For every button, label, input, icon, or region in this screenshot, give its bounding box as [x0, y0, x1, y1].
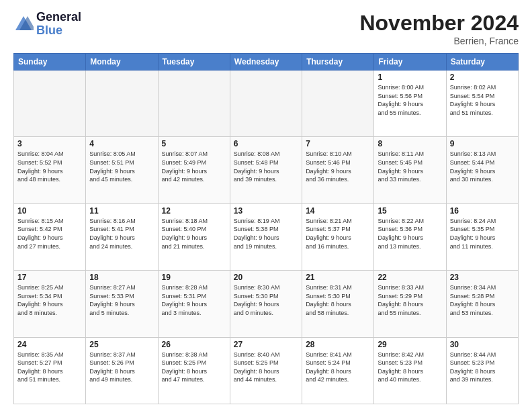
calendar-day-6: 6Sunrise: 8:08 AM Sunset: 5:48 PM Daylig… — [230, 137, 302, 203]
day-info: Sunrise: 8:28 AM Sunset: 5:31 PM Dayligh… — [162, 283, 226, 317]
calendar-day-28: 28Sunrise: 8:41 AM Sunset: 5:24 PM Dayli… — [302, 337, 374, 404]
logo-icon — [13, 14, 34, 34]
calendar-header-saturday: Saturday — [446, 54, 518, 71]
day-info: Sunrise: 8:13 AM Sunset: 5:44 PM Dayligh… — [450, 150, 515, 183]
location: Berrien, France — [359, 36, 519, 46]
day-number: 6 — [234, 139, 298, 148]
day-number: 8 — [378, 139, 442, 148]
calendar-day-18: 18Sunrise: 8:27 AM Sunset: 5:33 PM Dayli… — [86, 271, 158, 337]
title-section: November 2024 Berrien, France — [359, 11, 519, 46]
calendar-header-sunday: Sunday — [14, 54, 86, 71]
calendar-day-24: 24Sunrise: 8:35 AM Sunset: 5:27 PM Dayli… — [14, 337, 86, 404]
day-info: Sunrise: 8:22 AM Sunset: 5:36 PM Dayligh… — [378, 217, 442, 250]
day-number: 13 — [234, 206, 298, 216]
calendar-week-5: 24Sunrise: 8:35 AM Sunset: 5:27 PM Dayli… — [14, 337, 519, 404]
day-info: Sunrise: 8:18 AM Sunset: 5:40 PM Dayligh… — [162, 217, 226, 250]
day-number: 25 — [89, 340, 154, 349]
calendar-day-20: 20Sunrise: 8:30 AM Sunset: 5:30 PM Dayli… — [230, 271, 302, 337]
calendar-header-thursday: Thursday — [302, 54, 374, 71]
day-number: 1 — [378, 73, 442, 82]
calendar-day-7: 7Sunrise: 8:10 AM Sunset: 5:46 PM Daylig… — [302, 137, 374, 203]
calendar-header-friday: Friday — [374, 54, 446, 71]
day-number: 21 — [306, 273, 370, 282]
day-number: 28 — [306, 340, 370, 349]
calendar-day-3: 3Sunrise: 8:04 AM Sunset: 5:52 PM Daylig… — [14, 137, 86, 203]
day-number: 27 — [234, 340, 298, 349]
calendar-day-empty — [14, 71, 86, 137]
day-number: 5 — [162, 139, 226, 148]
day-info: Sunrise: 8:19 AM Sunset: 5:38 PM Dayligh… — [234, 217, 298, 250]
day-info: Sunrise: 8:15 AM Sunset: 5:42 PM Dayligh… — [17, 217, 82, 250]
day-info: Sunrise: 8:42 AM Sunset: 5:23 PM Dayligh… — [378, 351, 442, 384]
calendar-day-13: 13Sunrise: 8:19 AM Sunset: 5:38 PM Dayli… — [230, 203, 302, 270]
calendar-day-14: 14Sunrise: 8:21 AM Sunset: 5:37 PM Dayli… — [302, 203, 374, 270]
day-info: Sunrise: 8:05 AM Sunset: 5:51 PM Dayligh… — [89, 150, 154, 183]
calendar-day-25: 25Sunrise: 8:37 AM Sunset: 5:26 PM Dayli… — [86, 337, 158, 404]
day-info: Sunrise: 8:07 AM Sunset: 5:49 PM Dayligh… — [162, 150, 226, 183]
calendar-day-27: 27Sunrise: 8:40 AM Sunset: 5:25 PM Dayli… — [230, 337, 302, 404]
calendar-week-3: 10Sunrise: 8:15 AM Sunset: 5:42 PM Dayli… — [14, 203, 519, 270]
calendar-week-1: 1Sunrise: 8:00 AM Sunset: 5:56 PM Daylig… — [14, 71, 519, 137]
calendar-day-10: 10Sunrise: 8:15 AM Sunset: 5:42 PM Dayli… — [14, 203, 86, 270]
day-number: 17 — [17, 273, 82, 282]
calendar-day-29: 29Sunrise: 8:42 AM Sunset: 5:23 PM Dayli… — [374, 337, 446, 404]
day-info: Sunrise: 8:40 AM Sunset: 5:25 PM Dayligh… — [234, 351, 298, 384]
day-info: Sunrise: 8:21 AM Sunset: 5:37 PM Dayligh… — [306, 217, 370, 250]
calendar-day-1: 1Sunrise: 8:00 AM Sunset: 5:56 PM Daylig… — [374, 71, 446, 137]
calendar-day-12: 12Sunrise: 8:18 AM Sunset: 5:40 PM Dayli… — [158, 203, 230, 270]
calendar-day-21: 21Sunrise: 8:31 AM Sunset: 5:30 PM Dayli… — [302, 271, 374, 337]
day-info: Sunrise: 8:25 AM Sunset: 5:34 PM Dayligh… — [17, 283, 82, 317]
page-header: General Blue November 2024 Berrien, Fran… — [13, 11, 519, 46]
day-info: Sunrise: 8:10 AM Sunset: 5:46 PM Dayligh… — [306, 150, 370, 183]
calendar-header-row: SundayMondayTuesdayWednesdayThursdayFrid… — [14, 54, 519, 71]
calendar-day-4: 4Sunrise: 8:05 AM Sunset: 5:51 PM Daylig… — [86, 137, 158, 203]
day-number: 15 — [378, 206, 442, 216]
calendar-day-22: 22Sunrise: 8:33 AM Sunset: 5:29 PM Dayli… — [374, 271, 446, 337]
day-number: 2 — [450, 73, 515, 82]
calendar-day-9: 9Sunrise: 8:13 AM Sunset: 5:44 PM Daylig… — [446, 137, 518, 203]
calendar: SundayMondayTuesdayWednesdayThursdayFrid… — [13, 53, 519, 404]
calendar-day-15: 15Sunrise: 8:22 AM Sunset: 5:36 PM Dayli… — [374, 203, 446, 270]
day-number: 19 — [162, 273, 226, 282]
day-number: 16 — [450, 206, 515, 216]
calendar-day-empty — [86, 71, 158, 137]
day-number: 9 — [450, 139, 515, 148]
calendar-week-4: 17Sunrise: 8:25 AM Sunset: 5:34 PM Dayli… — [14, 271, 519, 337]
day-number: 23 — [450, 273, 515, 282]
calendar-day-8: 8Sunrise: 8:11 AM Sunset: 5:45 PM Daylig… — [374, 137, 446, 203]
calendar-day-empty — [158, 71, 230, 137]
calendar-day-empty — [230, 71, 302, 137]
day-number: 10 — [17, 206, 82, 216]
day-info: Sunrise: 8:27 AM Sunset: 5:33 PM Dayligh… — [89, 283, 154, 317]
day-number: 24 — [17, 340, 82, 349]
calendar-day-30: 30Sunrise: 8:44 AM Sunset: 5:23 PM Dayli… — [446, 337, 518, 404]
calendar-day-2: 2Sunrise: 8:02 AM Sunset: 5:54 PM Daylig… — [446, 71, 518, 137]
calendar-day-empty — [302, 71, 374, 137]
month-title: November 2024 — [359, 11, 519, 36]
calendar-header-tuesday: Tuesday — [158, 54, 230, 71]
calendar-day-26: 26Sunrise: 8:38 AM Sunset: 5:25 PM Dayli… — [158, 337, 230, 404]
calendar-day-19: 19Sunrise: 8:28 AM Sunset: 5:31 PM Dayli… — [158, 271, 230, 337]
calendar-day-5: 5Sunrise: 8:07 AM Sunset: 5:49 PM Daylig… — [158, 137, 230, 203]
day-info: Sunrise: 8:24 AM Sunset: 5:35 PM Dayligh… — [450, 217, 515, 250]
day-number: 30 — [450, 340, 515, 349]
day-number: 20 — [234, 273, 298, 282]
day-info: Sunrise: 8:04 AM Sunset: 5:52 PM Dayligh… — [17, 150, 82, 183]
calendar-day-17: 17Sunrise: 8:25 AM Sunset: 5:34 PM Dayli… — [14, 271, 86, 337]
day-number: 11 — [89, 206, 154, 216]
day-info: Sunrise: 8:30 AM Sunset: 5:30 PM Dayligh… — [234, 283, 298, 317]
day-info: Sunrise: 8:11 AM Sunset: 5:45 PM Dayligh… — [378, 150, 442, 183]
day-number: 14 — [306, 206, 370, 216]
day-info: Sunrise: 8:37 AM Sunset: 5:26 PM Dayligh… — [89, 351, 154, 384]
calendar-week-2: 3Sunrise: 8:04 AM Sunset: 5:52 PM Daylig… — [14, 137, 519, 203]
calendar-day-23: 23Sunrise: 8:34 AM Sunset: 5:28 PM Dayli… — [446, 271, 518, 337]
day-info: Sunrise: 8:16 AM Sunset: 5:41 PM Dayligh… — [89, 217, 154, 250]
day-number: 22 — [378, 273, 442, 282]
day-info: Sunrise: 8:35 AM Sunset: 5:27 PM Dayligh… — [17, 351, 82, 384]
day-info: Sunrise: 8:02 AM Sunset: 5:54 PM Dayligh… — [450, 83, 515, 117]
day-info: Sunrise: 8:34 AM Sunset: 5:28 PM Dayligh… — [450, 283, 515, 317]
day-number: 7 — [306, 139, 370, 148]
day-number: 29 — [378, 340, 442, 349]
day-number: 12 — [162, 206, 226, 216]
day-info: Sunrise: 8:00 AM Sunset: 5:56 PM Dayligh… — [378, 83, 442, 117]
